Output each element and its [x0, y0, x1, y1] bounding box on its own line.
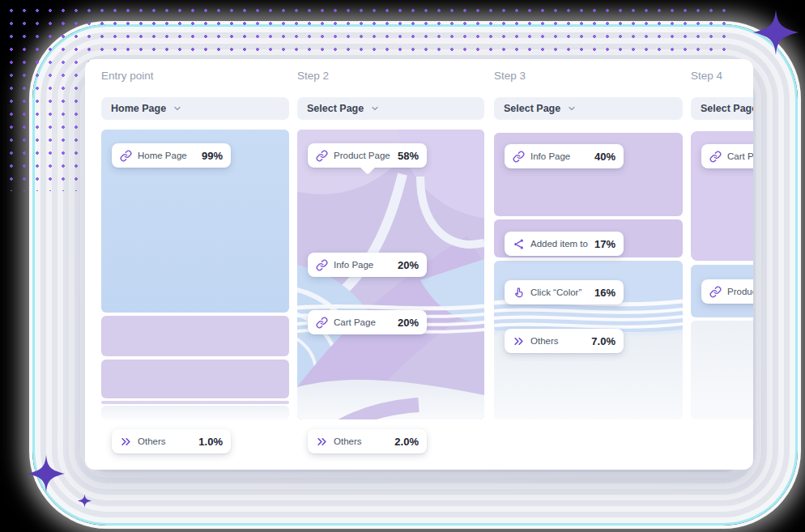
chip-label: Others: [530, 336, 586, 346]
chip-label: Others: [138, 436, 193, 446]
chip-value: 2.0%: [394, 436, 419, 448]
link-icon: [316, 259, 328, 271]
chip-label: Added item to cart: [530, 239, 589, 249]
step-2-dropdown[interactable]: Select Page: [297, 97, 484, 120]
link-icon: [709, 151, 722, 163]
entry-point-dropdown[interactable]: Home Page: [101, 97, 289, 120]
link-icon: [709, 286, 722, 298]
segment-purple: [101, 316, 289, 356]
funnel-panel: Entry point Step 2 Step 3 Step 4 Home Pa…: [85, 59, 753, 470]
chip-label: Cart Page: [334, 317, 392, 327]
chip-value: 40%: [594, 151, 615, 163]
double-chevron-icon: [513, 335, 525, 347]
chip-value: 7.0%: [591, 335, 615, 347]
footer-chip-others[interactable]: Others 2.0%: [308, 429, 427, 453]
dropdown-value: Home Page: [111, 103, 166, 114]
node-chip-others[interactable]: Others 7.0%: [505, 329, 624, 353]
node-chip-info-page[interactable]: Info Page 40%: [505, 144, 624, 168]
chip-value: 16%: [594, 287, 615, 299]
share-icon: [513, 238, 525, 250]
chip-label: Cart Page: [727, 151, 753, 161]
column-header-step-4: Step 4: [691, 70, 722, 82]
chip-value: 99%: [202, 150, 223, 162]
chevron-down-icon: [567, 104, 577, 113]
column-header-entry-point: Entry point: [101, 70, 154, 82]
column-header-step-3: Step 3: [494, 70, 526, 82]
node-chip-added-item-to-cart[interactable]: Added item to cart 17%: [505, 232, 624, 256]
dropdown-value: Select Page: [307, 103, 364, 114]
step-3-dropdown[interactable]: Select Page: [494, 97, 683, 120]
chip-label: Info Page: [530, 151, 589, 161]
chip-label: Product Page: [334, 151, 392, 160]
chip-label: Others: [334, 436, 389, 446]
node-chip-click-color[interactable]: Click “Color” 16%: [505, 280, 624, 304]
dropdown-value: Select Page: [701, 103, 753, 114]
segment-thin: [101, 401, 289, 404]
column-header-step-2: Step 2: [297, 70, 329, 82]
chip-value: 17%: [594, 238, 615, 250]
node-chip-product-page[interactable]: Product Page: [701, 279, 753, 304]
chip-label: Home Page: [138, 151, 196, 160]
chevron-down-icon: [370, 104, 380, 113]
link-icon: [513, 151, 525, 163]
footer-chip-others[interactable]: Others 1.0%: [112, 429, 231, 453]
node-chip-cart-page[interactable]: Cart Page 20%: [308, 310, 427, 334]
segment-purple: [101, 360, 289, 398]
page-background: { "colors": { "accent_purple": "#5b3db8"…: [0, 0, 805, 532]
double-chevron-icon: [120, 436, 132, 448]
link-icon: [316, 150, 328, 162]
step-4-dropdown[interactable]: Select Page: [691, 97, 753, 120]
chip-value: 1.0%: [198, 436, 223, 448]
segment-others: [691, 321, 753, 419]
node-chip-home-page[interactable]: Home Page 99%: [112, 143, 231, 168]
chip-value: 58%: [398, 150, 419, 162]
segment-others: [101, 406, 289, 419]
node-chip-cart-page[interactable]: Cart Page: [701, 144, 753, 168]
node-chip-info-page[interactable]: Info Page 20%: [308, 253, 427, 277]
chip-value: 20%: [398, 317, 419, 329]
link-icon: [316, 317, 328, 329]
node-chip-product-page[interactable]: Product Page 58%: [308, 143, 427, 168]
double-chevron-icon: [316, 436, 328, 448]
chip-label: Info Page: [334, 260, 392, 270]
chip-value: 20%: [398, 259, 419, 271]
chip-label: Product Page: [727, 287, 753, 296]
sankey-art-step-3: [494, 130, 683, 419]
dropdown-value: Select Page: [504, 103, 560, 114]
chip-label: Click “Color”: [530, 287, 589, 297]
chevron-down-icon: [172, 104, 182, 113]
link-icon: [120, 150, 132, 162]
tap-icon: [513, 287, 525, 299]
